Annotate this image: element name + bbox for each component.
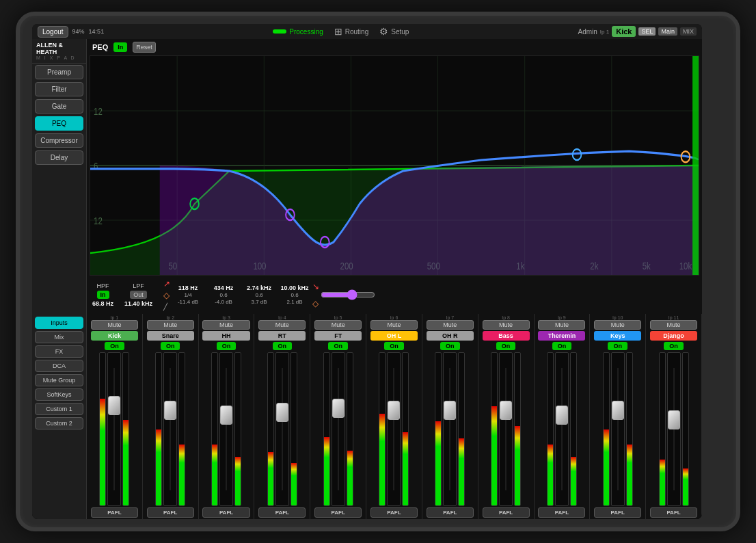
ch-on-button[interactable]: On [105, 342, 124, 350]
ch-fader-track[interactable] [499, 352, 513, 506]
ch-pafl-button[interactable]: PAFL [147, 507, 194, 518]
mixer-softkeys-button[interactable]: SoftKeys [35, 388, 83, 401]
ch-num: Ip 10 [612, 315, 623, 320]
ch-meter-fill-right [683, 468, 688, 505]
ch-on-button[interactable]: On [496, 342, 516, 350]
mixer-custom1-button[interactable]: Custom 1 [35, 403, 83, 415]
nav-setup[interactable]: ⚙ Setup [379, 26, 409, 37]
ch-meter-fill-right [627, 445, 632, 505]
mixer-custom2-button[interactable]: Custom 2 [35, 417, 83, 429]
ch-fader-area [536, 352, 589, 506]
ch-on-button[interactable]: On [552, 342, 572, 350]
freq-slider[interactable] [321, 289, 375, 300]
ch-fader-knob[interactable] [444, 401, 456, 420]
ch-meter-fill [660, 460, 665, 505]
ch-meter-right [626, 352, 633, 506]
mixer-inputs-button[interactable]: Inputs [35, 317, 83, 329]
ch-pafl-button[interactable]: PAFL [202, 507, 249, 518]
ch-mute-button[interactable]: Mute [314, 320, 362, 330]
ch-fader-track[interactable] [611, 352, 625, 506]
ch-fader-track[interactable] [219, 352, 233, 506]
ch-mute-button[interactable]: Mute [483, 320, 530, 330]
main-badge[interactable]: Main [658, 27, 677, 36]
ch-fader-track[interactable] [387, 352, 401, 506]
ch-fader-line [338, 368, 338, 490]
ch-fader-knob[interactable] [332, 399, 345, 418]
sidebar-item-preamp[interactable]: Preamp [35, 65, 83, 79]
ch-pafl-button[interactable]: PAFL [427, 507, 474, 518]
sidebar-item-peq[interactable]: PEQ [35, 116, 83, 131]
mixer-mutegroup-button[interactable]: Mute Group [35, 374, 83, 386]
ch-fader-track[interactable] [163, 352, 177, 506]
ch-mute-button[interactable]: Mute [202, 320, 249, 330]
ch-mute-button[interactable]: Mute [427, 320, 474, 330]
ch-name: Keys [594, 331, 641, 341]
lpf-out-button[interactable]: Out [130, 291, 147, 299]
ch-mute-button[interactable]: Mute [147, 320, 194, 330]
ch-fader-track[interactable] [443, 352, 457, 506]
ch-mute-button[interactable]: Mute [594, 320, 641, 330]
sidebar-item-delay[interactable]: Delay [35, 150, 83, 165]
ch-on-button[interactable]: On [440, 342, 460, 350]
ch-pafl-button[interactable]: PAFL [538, 507, 585, 518]
ch-on-button[interactable]: On [161, 342, 180, 350]
ch-fader-knob[interactable] [276, 403, 288, 422]
ch-fader-knob[interactable] [668, 410, 680, 429]
sidebar-item-filter[interactable]: Filter [35, 82, 83, 96]
ch-pafl-button[interactable]: PAFL [91, 507, 138, 518]
ch-on-button[interactable]: On [328, 342, 348, 350]
sidebar-item-compressor[interactable]: Compressor [35, 133, 83, 148]
sidebar-item-gate[interactable]: Gate [35, 99, 83, 114]
ch-fader-knob[interactable] [612, 401, 624, 420]
ch-num: Ip 9 [558, 315, 566, 320]
ch-fader-track[interactable] [667, 352, 681, 506]
ch-fader-knob[interactable] [500, 401, 512, 420]
band3-gain: 3.7 dB [251, 299, 267, 305]
mix-badge[interactable]: MIX [680, 27, 697, 36]
routing-icon: ⊞ [334, 26, 342, 37]
ch-on-button[interactable]: On [664, 342, 684, 350]
ch-mute-button[interactable]: Mute [91, 320, 138, 330]
logout-button[interactable]: Logout [38, 26, 68, 38]
ch-on-button[interactable]: On [273, 342, 293, 350]
ch-fader-knob[interactable] [164, 401, 176, 420]
mixer-mix-button[interactable]: Mix [35, 331, 83, 343]
ch-fader-track[interactable] [275, 352, 289, 506]
ch-mute-button[interactable]: Mute [258, 320, 306, 330]
sel-badge[interactable]: SEL [638, 27, 656, 36]
ch-pafl-button[interactable]: PAFL [483, 507, 530, 518]
ch-meter-fill-right [403, 432, 408, 505]
nav-processing[interactable]: Processing [273, 28, 323, 36]
ch-fader-area [144, 352, 197, 506]
ch-fader-track[interactable] [332, 352, 345, 506]
eq-graph[interactable]: 50 100 200 500 1k 2k 5k 10k 12 6 12 [90, 55, 699, 276]
ch-meter-right [347, 352, 353, 506]
peq-reset-button[interactable]: Reset [133, 42, 156, 53]
ch-fader-track[interactable] [555, 352, 569, 506]
nav-routing[interactable]: ⊞ Routing [334, 26, 368, 37]
selected-channel-badge[interactable]: Kick [612, 26, 636, 37]
svg-text:12: 12 [94, 106, 103, 118]
ch-mute-button[interactable]: Mute [370, 320, 418, 330]
ch-mute-button[interactable]: Mute [538, 320, 585, 330]
peq-in-button[interactable]: In [113, 42, 127, 52]
ch-on-button[interactable]: On [384, 342, 404, 350]
ch-pafl-button[interactable]: PAFL [314, 507, 362, 518]
ch-pafl-button[interactable]: PAFL [594, 507, 641, 518]
ch-pafl-button[interactable]: PAFL [370, 507, 418, 518]
ch-name: Django [650, 331, 697, 341]
ch-on-button[interactable]: On [608, 342, 627, 350]
ch-pafl-button[interactable]: PAFL [650, 507, 697, 518]
ch-fader-knob[interactable] [388, 401, 400, 420]
ch-fader-knob[interactable] [556, 406, 568, 425]
ch-mute-button[interactable]: Mute [650, 320, 697, 330]
ch-fader-knob[interactable] [220, 406, 232, 425]
ch-on-button[interactable]: On [217, 342, 237, 350]
mixer-fx-button[interactable]: FX [35, 345, 83, 358]
ch-fader-knob[interactable] [108, 396, 120, 415]
processing-label: Processing [289, 28, 323, 36]
ch-pafl-button[interactable]: PAFL [258, 507, 306, 518]
ch-fader-track[interactable] [107, 352, 121, 506]
hpf-in-button[interactable]: In [97, 291, 109, 299]
mixer-dca-button[interactable]: DCA [35, 360, 83, 372]
